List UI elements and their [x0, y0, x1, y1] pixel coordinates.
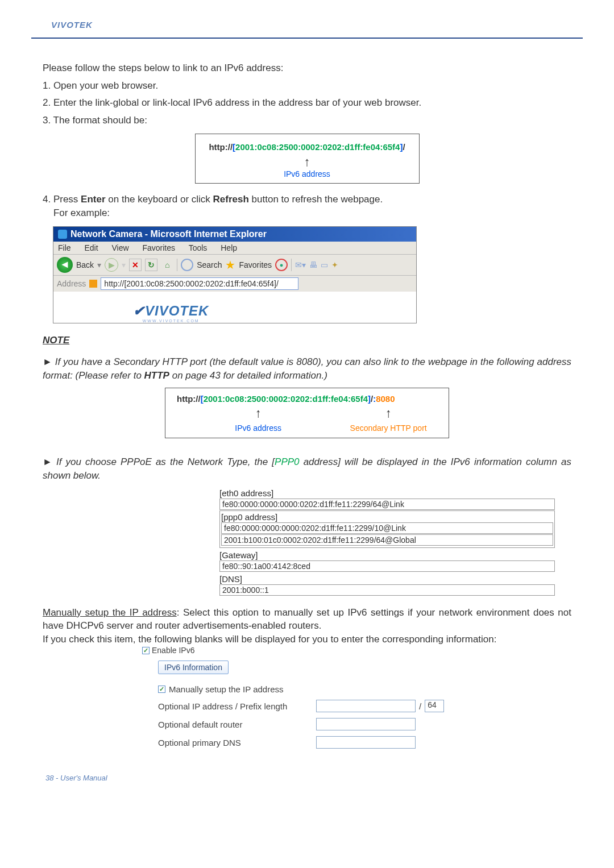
url2-ipv6: 2001:0c08:2500:0002:0202:d1ff:fe04:65f4: [204, 394, 368, 404]
refresh-button-icon[interactable]: ↻: [145, 259, 157, 271]
opt-dns-label: Optional primary DNS: [158, 738, 316, 747]
opt-router-label: Optional default router: [158, 720, 316, 729]
opt-dns-input[interactable]: [316, 736, 416, 749]
enable-ipv6-checkbox[interactable]: ✓: [142, 647, 150, 654]
ppp0-header: [ppp0 address]: [221, 512, 553, 522]
eth0-value: fe80:0000:0000:0000:0202:d1ff:fe11:2299/…: [219, 499, 555, 510]
address-label: Address: [57, 279, 86, 288]
address-input[interactable]: http://[2001:0c08:2500:0002:0202:d1ff:fe…: [101, 277, 298, 290]
manual-ip-label: Manually setup the IP address: [169, 684, 284, 694]
dns-header: [DNS]: [219, 574, 555, 584]
menu-edit[interactable]: Edit: [84, 243, 98, 252]
ie-app-icon: [58, 230, 67, 239]
intro-step3: 3. The format should be:: [43, 114, 156, 128]
url2-label-port: Secondary HTTP port: [350, 423, 427, 433]
back-button-icon[interactable]: ◄: [57, 257, 73, 273]
url2-port: 8080: [376, 394, 395, 404]
url2-label-ipv6: IPv6 address: [235, 423, 281, 433]
vivotek-logo-sub: WWW.VIVOTEK.COM: [133, 319, 209, 323]
eth0-header: [eth0 address]: [219, 488, 555, 498]
page-footer: 38 - User's Manual: [31, 774, 583, 782]
vivotek-logo: ✔VIVOTEK: [133, 303, 209, 318]
url1-label: IPv6 address: [207, 169, 408, 178]
menu-tools[interactable]: Tools: [189, 243, 208, 252]
favorites-label[interactable]: Favorites: [239, 260, 272, 269]
discuss-icon[interactable]: ✦: [331, 260, 338, 269]
ie-titlebar: Network Camera - Microsoft Internet Expl…: [53, 227, 416, 242]
url1-prefix: http://: [209, 142, 233, 152]
enable-ipv6-label: Enable IPv6: [152, 646, 195, 655]
url-format-box-1: http://[2001:0c08:2500:0002:0202:d1ff:fe…: [195, 134, 420, 184]
opt-ip-label: Optional IP address / Prefix length: [158, 701, 316, 711]
gateway-value: fe80::90:1a00:4142:8ced: [219, 560, 555, 572]
ie-menubar: File Edit View Favorites Tools Help: [53, 242, 416, 254]
menu-file[interactable]: File: [58, 243, 71, 252]
search-icon[interactable]: [181, 259, 193, 271]
mail-icon[interactable]: ✉▾: [295, 260, 306, 269]
ie-title-text: Network Camera - Microsoft Internet Expl…: [70, 229, 267, 239]
intro-step2: 2. Enter the link-global or link-local I…: [43, 96, 571, 110]
intro-step1: 1. Open your web browser.: [43, 79, 571, 93]
ipv6-info-button[interactable]: IPv6 Information: [158, 661, 229, 674]
opt-ip-input[interactable]: [316, 700, 416, 712]
ie-window: Network Camera - Microsoft Internet Expl…: [53, 226, 417, 323]
arrow-up-icon-2a: ↑: [255, 406, 262, 420]
url2-prefix: http://: [177, 394, 201, 404]
gateway-header: [Gateway]: [219, 550, 555, 560]
menu-view[interactable]: View: [111, 243, 128, 252]
step4-text: 4. Press Enter on the keyboard or click …: [43, 193, 571, 221]
back-label[interactable]: Back: [76, 260, 94, 269]
note-para-2: ► If you choose PPPoE as the Network Typ…: [43, 455, 571, 483]
print-icon[interactable]: 🖶: [309, 260, 317, 269]
arrow-up-icon-2b: ↑: [385, 406, 392, 420]
ppp0-value-1: fe80:0000:0000:0000:0202:d1ff:fe11:2299/…: [221, 522, 553, 534]
header-divider: [31, 38, 583, 39]
ie-body: ✔VIVOTEK WWW.VIVOTEK.COM: [53, 292, 416, 323]
menu-help[interactable]: Help: [221, 243, 237, 252]
ie-toolbar: ◄ Back ▾ ▶ ▾ ✕ ↻ ⌂ Search ★ Favorites ● …: [53, 254, 416, 276]
manual-ip-checkbox[interactable]: ✓: [158, 686, 165, 693]
stop-button-icon[interactable]: ✕: [129, 259, 142, 271]
ipv6-settings-form: ✓ Enable IPv6 IPv6 Information ✓ Manuall…: [142, 646, 571, 749]
brand-header: VIVOTEK: [31, 20, 583, 30]
forward-button-icon[interactable]: ▶: [105, 258, 118, 272]
ppp0-value-2: 2001:b100:01c0:0002:0202:d1ff:fe11:2299/…: [221, 534, 553, 546]
dns-value: 2001:b000::1: [219, 584, 555, 596]
intro-lead: Please follow the steps below to link to…: [43, 61, 571, 76]
url1-ipv6: 2001:0c08:2500:0002:0202:d1ff:fe04:65f4: [235, 142, 400, 152]
arrow-up-icon: ↑: [304, 155, 310, 169]
url-format-box-2: http://[2001:0c08:2500:0002:0202:d1ff:fe…: [165, 388, 449, 438]
opt-router-input[interactable]: [316, 718, 416, 730]
note-para-1: ► If you have a Secondary HTTP port (the…: [43, 355, 571, 383]
edit-icon[interactable]: ▭: [321, 260, 328, 269]
menu-favorites[interactable]: Favorites: [142, 243, 175, 252]
page-icon: [89, 280, 97, 288]
media-icon[interactable]: ●: [275, 259, 288, 271]
manual-setup-para: Manually setup the IP address: Select th…: [43, 606, 571, 646]
favorites-star-icon[interactable]: ★: [225, 258, 235, 272]
prefix-slash: /: [419, 701, 421, 711]
url1-suffix: /: [403, 142, 405, 152]
note-heading: NOTE: [43, 335, 571, 346]
ie-address-bar: Address http://[2001:0c08:2500:0002:0202…: [53, 276, 416, 292]
search-label[interactable]: Search: [197, 260, 222, 269]
ipv6-info-panel: [eth0 address] fe80:0000:0000:0000:0202:…: [219, 488, 555, 596]
prefix-length-input[interactable]: 64: [425, 700, 444, 712]
home-button-icon[interactable]: ⌂: [161, 259, 173, 271]
